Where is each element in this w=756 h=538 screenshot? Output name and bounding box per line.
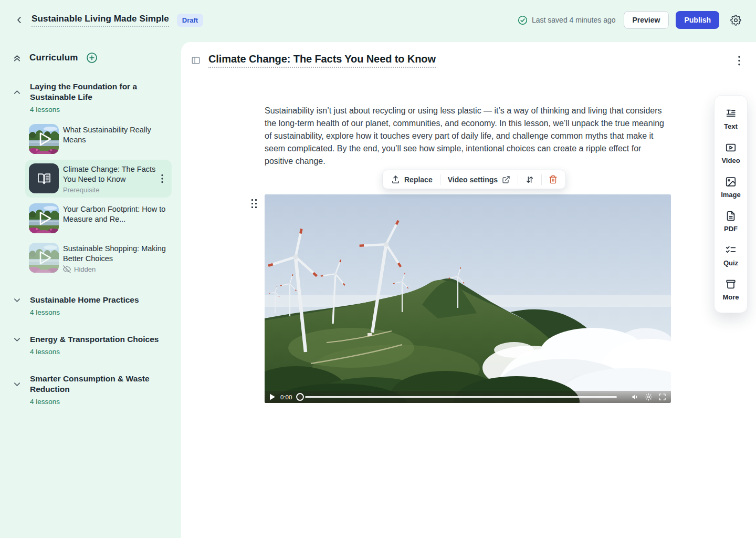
status-badge: Draft: [177, 14, 203, 27]
insert-block-panel: Text Video Image PDF Quiz More: [714, 95, 748, 313]
arrows-down-up-icon: [525, 175, 534, 184]
fullscreen-icon: [658, 393, 666, 401]
preview-button[interactable]: Preview: [624, 11, 669, 29]
chevron-down-icon: [13, 380, 22, 389]
video-block-toolbar: Replace Video settings: [382, 170, 566, 189]
text-block-icon: [725, 108, 737, 119]
reorder-block-button[interactable]: [520, 170, 540, 189]
panel-item-label: Video: [721, 157, 740, 164]
insert-quiz-button[interactable]: Quiz: [715, 238, 747, 272]
play-button[interactable]: [269, 394, 275, 400]
gear-icon: [645, 393, 653, 401]
fullscreen-button[interactable]: [658, 393, 666, 401]
kebab-icon: [161, 174, 163, 183]
section-expand-button[interactable]: [13, 380, 22, 389]
lesson-item[interactable]: What Sustainability Really Means: [25, 120, 172, 158]
add-section-button[interactable]: [86, 52, 98, 64]
video-settings-button[interactable]: Video settings: [442, 170, 516, 189]
section-lesson-count: 4 lessons: [30, 348, 170, 356]
lesson-item-hidden[interactable]: Sustainable Shopping: Making Better Choi…: [25, 239, 172, 277]
curriculum-section: Laying the Foundation for a Sustainable …: [13, 81, 170, 113]
landscape-thumbnail-image: [29, 203, 59, 233]
save-status: Last saved 4 minutes ago: [518, 15, 616, 25]
landscape-thumbnail-image: [29, 243, 59, 273]
lesson-intro-paragraph[interactable]: Sustainability isn’t just about recyclin…: [265, 105, 670, 168]
section-expand-button[interactable]: [13, 335, 22, 344]
lesson-video-thumbnail: [29, 124, 59, 154]
trash-icon: [549, 175, 558, 184]
panel-left-icon: [191, 56, 201, 65]
gear-icon: [730, 15, 741, 26]
toolbar-divider: [440, 174, 440, 185]
double-chevron-up-icon: [13, 54, 22, 63]
chevron-down-icon: [13, 296, 22, 305]
more-blocks-icon: [725, 278, 737, 290]
lesson-list: What Sustainability Really Means Climate…: [25, 120, 172, 277]
lesson-title: Your Carbon Footprint: How to Measure an…: [63, 204, 168, 224]
curriculum-section: Smarter Consumption & Waste Reduction 4 …: [13, 374, 170, 406]
publish-button[interactable]: Publish: [676, 11, 719, 29]
section-lesson-count: 4 lessons: [30, 106, 170, 113]
chevron-up-icon: [13, 88, 22, 97]
upload-icon: [391, 175, 400, 184]
lesson-item[interactable]: Your Carbon Footprint: How to Measure an…: [25, 200, 172, 237]
replace-button[interactable]: Replace: [385, 170, 438, 189]
lesson-editor-canvas: Climate Change: The Facts You Need to Kn…: [181, 42, 756, 538]
scrubber-handle[interactable]: [296, 393, 304, 401]
section-expand-button[interactable]: [13, 296, 22, 305]
kebab-icon: [738, 56, 740, 66]
section-title[interactable]: Laying the Foundation for a Sustainable …: [30, 81, 170, 102]
section-title[interactable]: Sustainable Home Practices: [30, 295, 170, 305]
chevron-down-icon: [13, 335, 22, 344]
volume-button[interactable]: [631, 393, 639, 401]
lesson-menu-button[interactable]: [159, 172, 165, 185]
section-collapse-button[interactable]: [13, 88, 22, 97]
eye-off-icon: [63, 265, 71, 273]
book-open-icon: [37, 171, 51, 186]
player-settings-button[interactable]: [645, 393, 653, 401]
grip-dots-icon: [251, 199, 258, 209]
collapse-all-button[interactable]: [13, 54, 22, 63]
course-title[interactable]: Sustainable Living Made Simple: [32, 14, 169, 27]
lesson-title: Climate Change: The Facts You Need to Kn…: [63, 164, 168, 184]
toggle-sidebar-button[interactable]: [190, 55, 202, 66]
curriculum-section: Energy & Transportation Choices 4 lesson…: [13, 334, 170, 356]
lesson-prerequisite-badge: Prerequisite: [63, 186, 168, 194]
lesson-hidden-status: Hidden: [63, 265, 168, 273]
panel-item-label: Quiz: [723, 259, 738, 267]
progress-track[interactable]: [305, 396, 617, 398]
delete-block-button[interactable]: [543, 170, 563, 189]
insert-text-button[interactable]: Text: [715, 101, 747, 136]
section-title[interactable]: Smarter Consumption & Waste Reduction: [30, 374, 170, 395]
last-saved-text: Last saved 4 minutes ago: [532, 16, 616, 24]
lesson-item-selected[interactable]: Climate Change: The Facts You Need to Kn…: [25, 160, 172, 198]
hidden-label: Hidden: [74, 265, 96, 273]
insert-video-button[interactable]: Video: [715, 136, 747, 170]
insert-image-button[interactable]: Image: [715, 170, 747, 204]
insert-more-button[interactable]: More: [715, 272, 747, 306]
check-circle-icon: [518, 15, 528, 25]
video-frame-image: [265, 194, 671, 403]
lesson-page-title[interactable]: Climate Change: The Facts You Need to Kn…: [208, 53, 436, 68]
back-button[interactable]: [13, 13, 26, 27]
settings-button[interactable]: [728, 12, 743, 28]
lesson-reading-thumbnail: [29, 163, 59, 193]
block-drag-handle[interactable]: [250, 198, 259, 210]
section-lesson-count: 4 lessons: [30, 398, 170, 406]
lesson-menu-button[interactable]: [736, 54, 742, 68]
curriculum-section: Sustainable Home Practices 4 lessons: [13, 295, 170, 316]
plus-circle-icon: [86, 52, 98, 64]
video-controls-bar: 0:00: [265, 391, 671, 403]
section-title[interactable]: Energy & Transportation Choices: [30, 334, 170, 345]
video-settings-label: Video settings: [448, 175, 498, 184]
video-player[interactable]: 0:00: [265, 194, 671, 403]
toolbar-divider: [541, 174, 542, 185]
lesson-video-thumbnail: [29, 243, 59, 273]
toolbar-divider: [518, 174, 518, 185]
replace-label: Replace: [404, 175, 433, 184]
play-icon: [269, 394, 275, 400]
insert-pdf-button[interactable]: PDF: [715, 204, 747, 238]
panel-item-label: Text: [724, 122, 738, 130]
pdf-block-icon: [725, 210, 737, 222]
current-time: 0:00: [280, 394, 292, 400]
